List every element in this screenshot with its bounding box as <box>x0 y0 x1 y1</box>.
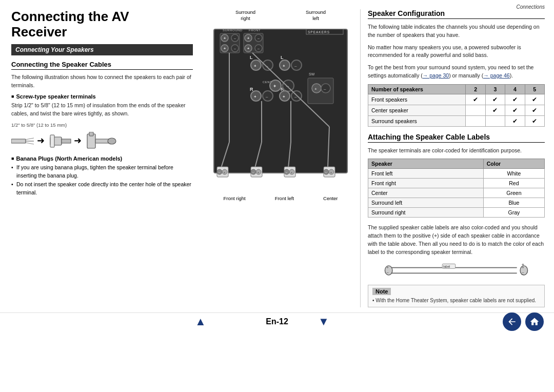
page-ref2-link[interactable]: → page 46 <box>483 72 509 79</box>
svg-text:–: – <box>234 36 236 40</box>
table-row: Surround speakers ✔ ✔ <box>368 115 545 126</box>
svg-text:–: – <box>258 36 260 40</box>
svg-text:SURROUND: SURROUND <box>223 29 243 32</box>
table-row: Front right Red <box>368 179 545 188</box>
svg-point-12 <box>108 138 116 144</box>
wire-diagram-svg: ➜ ➜ <box>11 132 134 150</box>
svg-text:–: – <box>325 171 327 174</box>
table-row: Front left White <box>368 169 545 179</box>
color-row5-speaker: Surround right <box>368 208 484 218</box>
speakers-count-table: Number of speakers 2 3 4 5 Front speaker… <box>368 84 545 127</box>
color-row2-color: Red <box>483 179 544 188</box>
svg-text:–: – <box>294 64 297 68</box>
svg-text:+: + <box>291 171 292 174</box>
wire-diagram: ➜ ➜ <box>11 132 193 150</box>
row1-label: Front speakers <box>368 94 466 105</box>
color-row1-speaker: Front left <box>368 169 484 179</box>
svg-text:+: + <box>254 94 256 99</box>
svg-text:+: + <box>283 94 285 99</box>
page-ref1-link[interactable]: → page 30 <box>423 72 449 79</box>
row2-label: Center speaker <box>368 105 466 115</box>
svg-text:–: – <box>266 94 268 99</box>
banana-section: Banana Plugs (North American models) If … <box>11 155 193 197</box>
svg-text:+: + <box>273 84 276 89</box>
bottom-speaker-labels: Front right Front left Center <box>209 195 352 202</box>
page-nav-down-icon[interactable]: ▼ <box>318 315 329 328</box>
svg-text:label: label <box>443 265 450 268</box>
color-row3-color: Green <box>483 188 544 198</box>
color-table: Speaker Color Front left White Front rig… <box>368 159 545 218</box>
row2-col3: ✔ <box>485 105 505 115</box>
table-row: Front speakers ✔ ✔ ✔ ✔ <box>368 94 545 105</box>
table-col3-header: 3 <box>485 84 505 94</box>
color-row5-color: Gray <box>483 208 544 218</box>
svg-text:+: + <box>314 87 317 91</box>
row2-col5: ✔ <box>525 105 544 115</box>
row3-col5: ✔ <box>525 115 544 126</box>
note-text: • With the Home Theater System, speaker … <box>372 297 540 304</box>
svg-text:+: + <box>247 47 249 50</box>
cable-label-illustration: + – + – label + – <box>368 260 545 281</box>
banana-heading: Banana Plugs (North American models) <box>11 155 193 162</box>
row3-col4: ✔ <box>505 115 525 126</box>
svg-text:FRONT: FRONT <box>249 29 261 32</box>
screwtype-heading: Screw-type speaker terminals <box>11 93 193 100</box>
color-row2-speaker: Front right <box>368 179 484 188</box>
row3-col2 <box>466 115 485 126</box>
svg-text:–: – <box>258 47 260 50</box>
svg-text:+: + <box>224 171 225 174</box>
right-column: Speaker Configuration The following tabl… <box>360 9 545 307</box>
svg-text:+: + <box>330 171 332 174</box>
attach-text: The supplied speaker cable labels are al… <box>368 224 545 256</box>
table-row: Surround left Blue <box>368 198 545 208</box>
surround-left-label: Surroundleft <box>306 9 326 22</box>
svg-text:+: + <box>283 64 285 68</box>
home-button[interactable] <box>525 312 544 331</box>
color-row3-speaker: Center <box>368 188 484 198</box>
section-banner: Connecting Your Speakers <box>11 44 193 55</box>
svg-text:+: + <box>387 266 389 270</box>
bottom-nav-icons <box>503 312 544 331</box>
back-button[interactable] <box>503 312 521 331</box>
row1-col5: ✔ <box>525 94 544 105</box>
front-right-bottom-label: Front right <box>223 195 245 202</box>
section1-intro: The following illustration shows how to … <box>11 73 193 90</box>
row2-col2 <box>466 105 485 115</box>
row1-col3: ✔ <box>485 94 505 105</box>
svg-rect-10 <box>89 132 93 136</box>
top-speaker-labels: Surroundright Surroundleft <box>205 9 356 22</box>
page-section-label: Connections <box>516 4 545 10</box>
banana-bullet1: If you are using banana plugs, tighten t… <box>11 164 193 180</box>
svg-text:L: L <box>250 55 253 60</box>
svg-text:–: – <box>252 171 254 174</box>
page-nav-up-icon[interactable]: ▲ <box>195 315 206 328</box>
svg-text:➜: ➜ <box>37 135 45 146</box>
color-row4-color: Blue <box>483 198 544 208</box>
svg-text:+: + <box>254 64 256 68</box>
svg-text:+: + <box>224 36 226 40</box>
svg-text:–: – <box>234 47 236 50</box>
receiver-diagram-svg: + – + – + – + – SURROUND FRONT SPEAKERS <box>209 24 352 193</box>
section1-title: Connecting the Speaker Cables <box>11 61 193 70</box>
table-col4-header: 4 <box>505 84 525 94</box>
table-row: Center Green <box>368 188 545 198</box>
table-row: Surround right Gray <box>368 208 545 218</box>
svg-text:–: – <box>286 171 287 174</box>
svg-text:+: + <box>522 262 524 267</box>
table-col1-header: Number of speakers <box>368 84 466 94</box>
back-icon <box>507 317 517 327</box>
cable-illustration-svg: + – + – label + – <box>368 260 545 281</box>
strip-label: 1/2" to 5/8" (12 to 15 mm) <box>11 122 193 128</box>
svg-line-2 <box>26 138 34 140</box>
note-box: Note • With the Home Theater System, spe… <box>368 285 545 307</box>
screwtype-text: Strip 1/2" to 5/8" (12 to 15 mm) of insu… <box>11 102 193 118</box>
main-title: Connecting the AV Receiver <box>11 9 193 40</box>
table-row: Center speaker ✔ ✔ ✔ <box>368 105 545 115</box>
color-row4-speaker: Surround left <box>368 198 484 208</box>
svg-text:SPEAKERS: SPEAKERS <box>308 30 330 34</box>
svg-text:–: – <box>387 271 389 275</box>
page-bottom: ▲ En-12 ▼ <box>0 312 554 330</box>
table-col5-header: 5 <box>525 84 544 94</box>
page-number: En-12 <box>266 317 288 326</box>
attach-intro: The speaker terminals are color-coded fo… <box>368 147 545 155</box>
